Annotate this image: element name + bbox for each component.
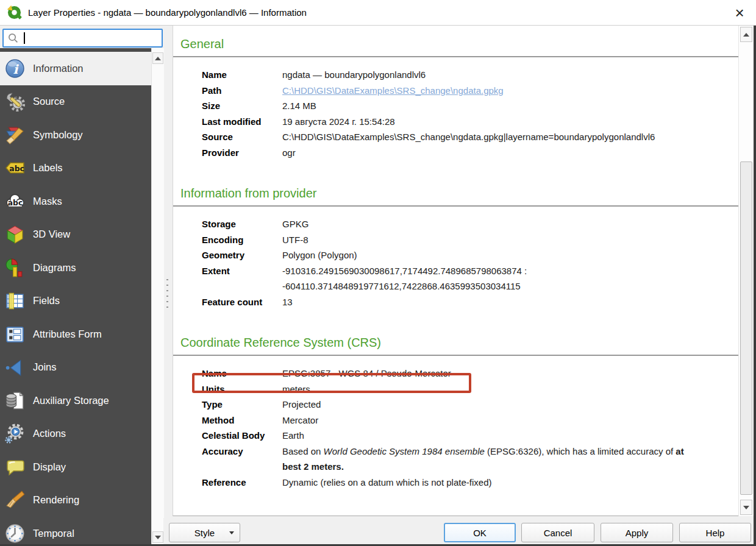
property-value: GPKG (282, 216, 705, 232)
property-value: ogr (282, 145, 705, 161)
sidebar-search-box[interactable] (2, 29, 163, 48)
sidebar-item-label: Auxiliary Storage (33, 395, 109, 406)
section-title: Coordinate Reference System (CRS) (180, 334, 738, 351)
search-icon (8, 33, 18, 43)
property-label: Accuracy (202, 444, 282, 459)
search-input[interactable] (25, 33, 157, 43)
sidebar-item-diagrams[interactable]: Diagrams (0, 251, 151, 285)
property-row: Size 2.14 MB (202, 98, 705, 114)
property-value: Projected (282, 397, 705, 413)
cancel-button[interactable]: Cancel (521, 523, 594, 542)
sidebar-item-masks[interactable]: abc Masks (0, 185, 151, 218)
section-provider-info: Information from provider Storage GPKG E… (173, 185, 738, 310)
close-button[interactable]: × (729, 1, 750, 25)
sidebar-item-label: Temporal (33, 528, 74, 539)
paintbrush-layers-icon (5, 125, 25, 145)
sidebar-item-label: Diagrams (33, 262, 76, 274)
pie-chart-icon (5, 258, 25, 278)
property-label: Units (202, 381, 282, 397)
apply-button[interactable]: Apply (601, 523, 673, 542)
section-general: General Name ngdata — boundarypolygonlan… (173, 35, 738, 160)
panel-splitter[interactable] (164, 26, 173, 546)
section-divider (173, 56, 738, 57)
gear-play-icon (5, 424, 25, 444)
chevron-down-icon (229, 531, 234, 534)
property-row: Source C:\HDD\GIS\DataExamples\SRS_chang… (202, 129, 705, 145)
titlebar: Layer Properties - ngdata — boundarypoly… (0, 0, 756, 26)
sidebar-item-joins[interactable]: Joins (0, 351, 151, 385)
scrollbar-thumb[interactable] (740, 161, 752, 495)
property-value: Dynamic (relies on a datum which is not … (282, 475, 705, 491)
cube-3d-icon (5, 224, 25, 244)
qgis-logo-icon (6, 4, 23, 21)
property-value: EPSG:3857 - WGS 84 / Pseudo-Mercator (282, 366, 705, 381)
ok-button[interactable]: OK (444, 523, 516, 542)
property-label: Method (202, 413, 282, 428)
sidebar-item-label: Joins (33, 361, 57, 373)
property-row: Geometry Polygon (Polygon) (202, 247, 705, 263)
window-right-edge (754, 26, 756, 546)
sidebar-item-fields[interactable]: Fields (0, 285, 151, 318)
property-value: Earth (282, 428, 705, 444)
help-button[interactable]: Help (679, 523, 751, 542)
scroll-down-button[interactable] (152, 531, 163, 543)
section-title: Information from provider (180, 185, 738, 202)
property-label: Path (202, 83, 282, 99)
abc-tag-icon: abc (5, 158, 25, 178)
sidebar-item-label: Attributes Form (33, 328, 102, 340)
property-row: Method Mercator (202, 413, 705, 428)
database-page-icon (5, 391, 25, 411)
sidebar-item-auxiliary-storage[interactable]: Auxiliary Storage (0, 384, 151, 417)
property-value: -910316.2491569030098617,7174492.7489685… (282, 263, 705, 294)
property-label: Feature count (202, 294, 282, 310)
section-divider (173, 205, 738, 207)
sidebar-scrollbar[interactable] (151, 48, 164, 546)
sidebar-item-symbology[interactable]: Symbology (0, 118, 151, 152)
property-row: Reference Dynamic (relies on a datum whi… (202, 475, 705, 491)
sidebar-item-temporal[interactable]: Temporal (0, 517, 151, 546)
property-label: Extent (202, 263, 282, 279)
section-title: General (180, 35, 738, 52)
property-row: Accuracy Based on World Geodetic System … (202, 444, 705, 475)
property-label: Encoding (202, 232, 282, 248)
sidebar-item-labels[interactable]: abc Labels (0, 152, 151, 185)
property-label: Reference (202, 475, 282, 491)
section-divider (173, 355, 738, 356)
scroll-up-button[interactable] (740, 27, 752, 42)
style-dropdown-button[interactable]: Style (169, 523, 240, 542)
speech-bubble-icon (5, 457, 25, 477)
svg-text:abc: abc (9, 165, 24, 173)
scroll-down-button[interactable] (740, 500, 752, 515)
content-scrollbar[interactable] (738, 26, 754, 516)
property-value: 19 августа 2024 г. 15:54:28 (282, 114, 705, 130)
sidebar-item-display[interactable]: Display (0, 450, 151, 484)
sidebar-item-label: Fields (33, 295, 60, 307)
property-value: 13 (282, 294, 705, 310)
section-crs: Coordinate Reference System (CRS) Name E… (173, 334, 738, 490)
information-panel: General Name ngdata — boundarypolygonlan… (173, 26, 738, 516)
property-label: Geometry (202, 247, 282, 263)
property-row: Storage GPKG (202, 216, 705, 232)
style-button-label: Style (194, 528, 215, 538)
property-row: Units meters (202, 381, 705, 397)
sidebar-item-3d-view[interactable]: 3D View (0, 218, 151, 252)
sidebar-item-actions[interactable]: Actions (0, 417, 151, 451)
property-value: Polygon (Polygon) (282, 247, 705, 263)
file-path-link[interactable]: C:\HDD\GIS\DataExamples\SRS_change\ngdat… (282, 85, 504, 96)
sidebar-item-label: Symbology (33, 129, 83, 141)
sidebar-item-information[interactable]: i Information (0, 52, 151, 85)
sidebar-item-label: Display (33, 461, 66, 473)
property-row: Name ngdata — boundarypolygonlandlvl6 (202, 67, 705, 83)
sidebar-item-attributes-form[interactable]: Attributes Form (0, 317, 151, 351)
property-row: Type Projected (202, 397, 705, 413)
property-value: UTF-8 (282, 232, 705, 248)
scroll-up-button[interactable] (152, 52, 163, 64)
splitter-grip-icon (166, 279, 168, 308)
crs-name-row: Name EPSG:3857 - WGS 84 / Pseudo-Mercato… (202, 366, 705, 381)
wrench-gear-icon (5, 91, 25, 112)
sidebar-item-source[interactable]: Source (0, 85, 151, 119)
sidebar-item-label: Actions (33, 428, 66, 439)
property-label: Celestial Body (202, 428, 282, 444)
sidebar-item-rendering[interactable]: Rendering (0, 484, 151, 517)
property-row: Encoding UTF-8 (202, 232, 705, 248)
